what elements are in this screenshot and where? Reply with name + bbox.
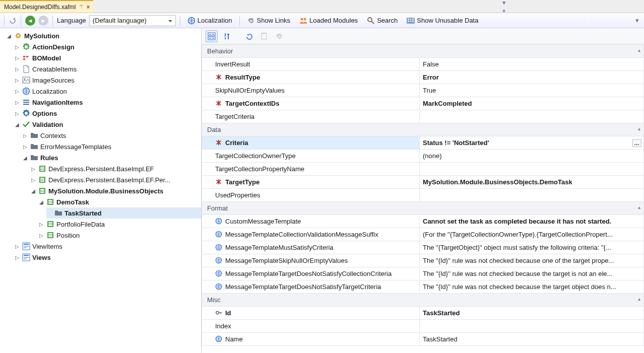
toolbar-overflow-icon[interactable]: ▾ (635, 17, 641, 24)
tree-position[interactable]: ▷Position (38, 230, 201, 241)
prop-row[interactable]: ResultTypeError (202, 71, 644, 84)
model-tree: ◢MySolution ▷ActionDesign ▷BOModel ▷Crea… (0, 28, 202, 353)
category-behavior[interactable]: Behavior▴ (202, 45, 644, 58)
prop-row[interactable]: MessageTemplateCollectionValidationMessa… (202, 228, 644, 241)
prop-row[interactable]: NameTaskStarted (202, 333, 644, 346)
tree-options[interactable]: ▷Options (14, 108, 201, 119)
globe-icon (22, 87, 30, 95)
category-format[interactable]: Format▴ (202, 202, 644, 215)
prop-row[interactable]: IdTaskStarted (202, 307, 644, 320)
gear-icon (14, 32, 22, 40)
localization-button[interactable]: Localization (184, 16, 235, 26)
loaded-modules-button[interactable]: Loaded Modules (296, 16, 361, 26)
asterisk-icon (215, 74, 222, 81)
class-icon (46, 198, 54, 206)
expand-icon[interactable]: ◢ (6, 33, 12, 39)
alphabetical-button[interactable] (221, 30, 233, 42)
link-button (273, 30, 285, 42)
asterisk-icon (215, 178, 222, 185)
lines-icon (22, 98, 30, 106)
tree-rules[interactable]: ◢Rules (22, 152, 201, 163)
prop-row[interactable]: SkipNullOrEmptyValuesTrue (202, 84, 644, 97)
prop-row[interactable]: MessageTemplateMustSatisfyCriteriaThe "{… (202, 241, 644, 254)
globe-icon (215, 231, 222, 238)
tree-contexts[interactable]: ▷Contexts (22, 130, 201, 141)
categorized-button[interactable] (206, 30, 218, 42)
tree-localization[interactable]: ▷Localization (14, 86, 201, 97)
property-grid: Behavior▴ InvertResultFalse ResultTypeEr… (202, 44, 644, 346)
show-unusable-button[interactable]: Show Unusable Data (404, 16, 481, 26)
tree-views[interactable]: ▷Views (14, 252, 201, 263)
tree-taskstarted[interactable]: TaskStarted (46, 207, 201, 219)
tab-title: Model.DesignedDiffs.xafml (4, 4, 76, 11)
tree-imagesources[interactable]: ▷ImageSources (14, 75, 201, 86)
language-label: Language (57, 17, 86, 24)
close-icon[interactable]: × (87, 4, 90, 11)
prop-row[interactable]: TargetTypeMySolution.Module.BusinessObje… (202, 176, 644, 189)
pin-icon[interactable]: ⊤ (79, 4, 84, 10)
category-misc[interactable]: Misc▴ (202, 294, 644, 307)
tree-actiondesign[interactable]: ▷ActionDesign (14, 41, 201, 52)
undo-button[interactable] (243, 30, 255, 42)
tree-viewitems[interactable]: ▷ViewItems (14, 241, 201, 252)
category-data[interactable]: Data▴ (202, 123, 644, 136)
tree-errortemplates[interactable]: ▷ErrorMessageTemplates (22, 141, 201, 152)
asterisk-icon (215, 100, 222, 107)
search-button[interactable]: Search (364, 16, 401, 26)
class-icon (46, 220, 54, 228)
grid-icon (407, 17, 415, 25)
prop-row[interactable]: MessageTemplateSkipNullOrEmptyValuesThe … (202, 254, 644, 267)
prop-row[interactable]: CustomMessageTemplateCannot set the task… (202, 215, 644, 228)
refresh-icon[interactable] (9, 17, 17, 25)
link-icon (247, 17, 255, 25)
globe-icon (187, 17, 196, 25)
document-tab[interactable]: Model.DesignedDiffs.xafml ⊤ × (0, 0, 93, 13)
tree-navitems[interactable]: ▷NavigationItems (14, 97, 201, 108)
paste-button (258, 30, 270, 42)
folder-icon (54, 209, 62, 217)
prop-row[interactable]: MessageTemplateTargetDoesNotSatisfyTarge… (202, 280, 644, 294)
globe-icon (215, 257, 222, 264)
dropdown-icon[interactable]: ▼ (501, 0, 506, 6)
tree-root[interactable]: ◢MySolution (6, 30, 201, 41)
tab-bar: Model.DesignedDiffs.xafml ⊤ × ▼ (0, 0, 644, 13)
blocks-icon (22, 54, 30, 62)
tree-rule2[interactable]: ▷DevExpress.Persistent.BaseImpl.EF.Per..… (30, 174, 201, 185)
key-icon (215, 309, 222, 316)
globe-icon (215, 218, 222, 225)
prop-row[interactable]: TargetCriteria (202, 110, 644, 123)
class-icon (38, 165, 46, 173)
language-select[interactable]: (Default language) (89, 15, 176, 26)
prop-row[interactable]: TargetCollectionPropertyName (202, 163, 644, 176)
tree-demotask[interactable]: ◢DemoTask (38, 196, 201, 207)
search-icon (367, 17, 375, 25)
people-icon (299, 17, 307, 25)
prop-row[interactable]: UsedProperties (202, 189, 644, 202)
tree-rule3[interactable]: ◢MySolution.Module.BusinessObjects (30, 185, 201, 196)
tree-rule1[interactable]: ▷DevExpress.Persistent.BaseImpl.EF (30, 163, 201, 174)
tree-bomodel[interactable]: ▷BOModel (14, 52, 201, 63)
tree-portfolio[interactable]: ▷PortfolioFileData (38, 219, 201, 230)
nav-forward-button: ► (38, 16, 48, 26)
page-icon (22, 65, 30, 73)
globe-icon (215, 270, 222, 277)
asterisk-icon (215, 139, 222, 146)
prop-row[interactable]: Index (202, 320, 644, 333)
prop-row[interactable]: TargetContextIDsMarkCompleted (202, 97, 644, 110)
folder-icon (30, 131, 38, 139)
globe-icon (215, 335, 222, 342)
class-icon (38, 176, 46, 184)
nav-back-button[interactable]: ◄ (25, 16, 35, 26)
prop-row-selected[interactable]: CriteriaStatus != 'NotStarted'… (202, 136, 644, 150)
show-links-button[interactable]: Show Links (244, 16, 293, 26)
settings-gear-icon[interactable] (500, 10, 508, 13)
tree-validation[interactable]: ◢Validation (14, 119, 201, 130)
tree-creatableitems[interactable]: ▷CreatableItems (14, 63, 201, 75)
gear-icon (22, 43, 30, 51)
prop-row[interactable]: TargetCollectionOwnerType(none) (202, 150, 644, 163)
prop-row[interactable]: MessageTemplateTargetDoesNotSatisfyColle… (202, 267, 644, 280)
form-icon (22, 242, 30, 250)
ellipsis-button[interactable]: … (632, 139, 641, 147)
folder-icon (30, 143, 38, 151)
prop-row[interactable]: InvertResultFalse (202, 58, 644, 71)
